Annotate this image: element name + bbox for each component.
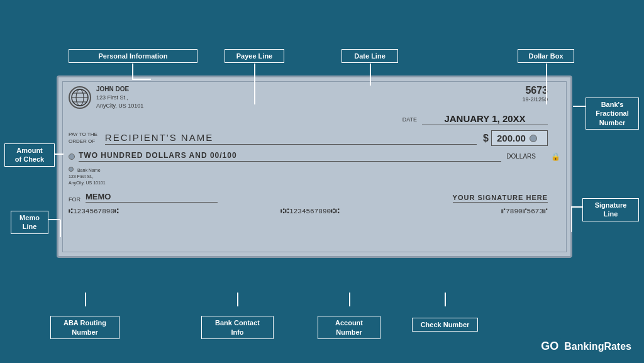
fractional-number-value: 19-2/1250 [522, 96, 548, 103]
amount-box: 200.00 [491, 130, 548, 146]
date-line-label: Date Line [341, 49, 398, 63]
date-label: DATE [402, 116, 417, 123]
bank-info-block: Bank Name 123 First St., AnyCity, US 101… [69, 167, 106, 186]
micr-routing: ⑆1234567890⑆ [69, 208, 119, 215]
bank-info-dot [69, 167, 74, 172]
date-line-connector-v [370, 64, 371, 86]
lock-icon: 🔒 [551, 152, 560, 161]
payee-line-connector-v [254, 64, 255, 104]
personal-information-label: Personal Information [69, 49, 197, 63]
micr-check: ⑈7890⑈5673⑈ [501, 208, 548, 215]
account-holder-name: JOHN DOE [96, 85, 143, 94]
bank-address2: AnyCity, US 10101 [69, 181, 106, 185]
amount-of-check-label: Amount of Check [4, 143, 55, 167]
amount-value: 200.00 [497, 133, 526, 143]
check-number-display: 5673 19-2/1250 [522, 85, 548, 103]
signature-text: YOUR SIGNATURE HERE [453, 194, 548, 203]
memo-value: MEMO [86, 192, 218, 203]
signature-area: YOUR SIGNATURE HERE [218, 191, 548, 203]
dollar-box-area: $ 200.00 [483, 130, 548, 146]
bank-contact-info-label: Bank Contact Info [201, 316, 274, 339]
personal-info-connector-h [132, 79, 151, 80]
signature-connector-h [571, 206, 582, 208]
check: JOHN DOE 123 First St., AnyCity, US 1010… [57, 75, 572, 258]
signature-connector-v [571, 207, 572, 232]
account-connector-v [349, 293, 350, 306]
branding: GO BankingRates [538, 338, 631, 354]
date-value: JANUARY 1, 20XX [422, 113, 548, 125]
memo-connector-h [48, 219, 60, 220]
memo-connector-v [60, 220, 61, 237]
pay-to-label: PAY TO THE ORDER OF [69, 131, 97, 145]
memo-label: FOR [69, 196, 80, 203]
payee-name: RECIPIENT'S NAME [105, 132, 477, 145]
aba-routing-label: ABA Routing Number [50, 316, 119, 339]
dollars-label: DOLLARS [506, 153, 536, 160]
dollar-box-label: Dollar Box [518, 49, 574, 63]
amount-connector-h [55, 154, 64, 155]
account-holder-address2: AnyCity, US 10101 [96, 102, 143, 110]
memo-line-label: Memo Line [11, 211, 48, 234]
bank-name: Bank Name [77, 168, 101, 172]
account-number-label: Account Number [318, 316, 380, 339]
bank-contact-connector-v [237, 293, 238, 306]
branding-go: GO [538, 338, 562, 354]
written-amount-text: TWO HUNDRED DOLLARS AND 00/100 [79, 151, 501, 162]
micr-account: ⑆⑆1234567890⑆⑆ [280, 208, 340, 215]
check-wrapper: JOHN DOE 123 First St., AnyCity, US 1010… [57, 75, 572, 258]
signature-line-label: Signature Line [582, 198, 639, 221]
check-number-label: Check Number [412, 318, 478, 332]
banks-fractional-number-label: Bank's Fractional Number [586, 98, 639, 130]
dollar-box-connector-v [546, 64, 547, 104]
bank-address1: 123 First St., [69, 174, 94, 179]
dollar-sign: $ [483, 133, 489, 144]
aba-connector-v [85, 293, 86, 306]
payee-line-label: Payee Line [225, 49, 284, 63]
check-number-value: 5673 [522, 85, 548, 96]
check-number-connector-v [445, 293, 446, 306]
account-holder-address1: 123 First St., [96, 94, 143, 102]
globe-icon [69, 86, 91, 109]
written-amount-dot [69, 154, 75, 160]
amount-circle-indicator [530, 135, 537, 142]
branding-text: BankingRates [564, 341, 631, 352]
personal-info-block: JOHN DOE 123 First St., AnyCity, US 1010… [96, 85, 143, 109]
fractional-connector-h [573, 106, 586, 107]
personal-info-connector-v [132, 64, 133, 79]
